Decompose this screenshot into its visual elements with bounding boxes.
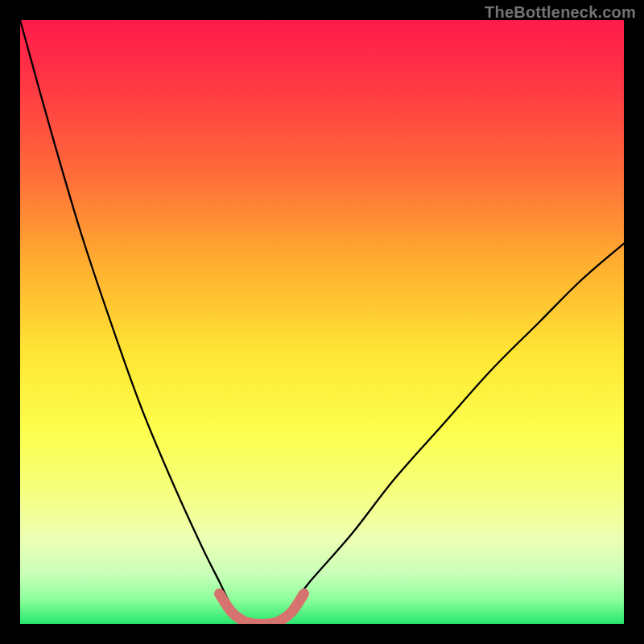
chart-frame: TheBottleneck.com	[0, 0, 644, 644]
watermark-text: TheBottleneck.com	[485, 3, 636, 22]
plot-gradient-background	[20, 20, 624, 624]
